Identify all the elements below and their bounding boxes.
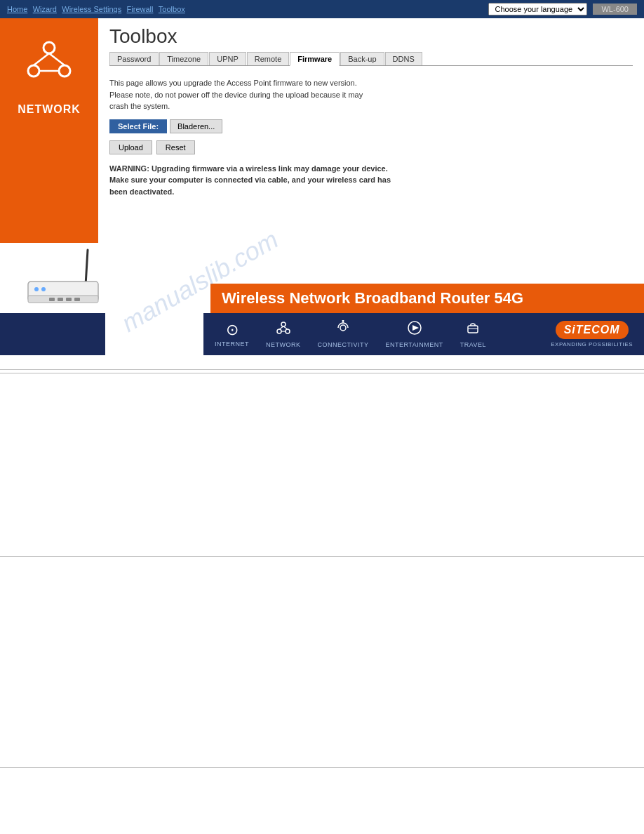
select-file-row: Select File: Bladeren... [109, 119, 633, 133]
upload-button[interactable]: Upload [109, 140, 152, 154]
nav-firewall[interactable]: Firewall [127, 5, 154, 13]
nav-item-internet[interactable]: ⊙ INTERNET [215, 321, 249, 348]
sidebar-network-label: NETWORK [18, 103, 81, 116]
language-selector[interactable]: Choose your language [488, 3, 587, 15]
product-banner: Wireless Network Broadband Router 54G [210, 284, 644, 313]
svg-rect-11 [49, 298, 55, 301]
tabs-row: Password Timezone UPNP Remote Firmware B… [109, 52, 633, 66]
empty-space-2 [0, 557, 644, 767]
svg-point-16 [277, 329, 281, 333]
bottom-nav: ⊙ INTERNET NETWORK [203, 313, 644, 355]
tab-upnp[interactable]: UPNP [209, 52, 246, 65]
warning-text: WARNING: Upgrading firmware via a wirele… [109, 163, 404, 198]
travel-label: TRAVEL [460, 341, 486, 348]
firmware-content: This page allows you upgrade the Access … [109, 73, 633, 201]
nav-item-network[interactable]: NETWORK [266, 320, 301, 348]
svg-point-17 [286, 329, 290, 333]
svg-line-4 [49, 53, 65, 65]
reset-button[interactable]: Reset [156, 140, 195, 154]
tab-password[interactable]: Password [109, 52, 159, 65]
svg-point-10 [41, 287, 46, 291]
tab-remote[interactable]: Remote [247, 52, 290, 65]
nav-toolbox[interactable]: Toolbox [159, 5, 185, 13]
tab-timezone[interactable]: Timezone [159, 52, 208, 65]
top-nav-right: Choose your language WL-600 [488, 3, 637, 15]
content-area: Toolbox Password Timezone UPNP Remote Fi… [98, 18, 644, 243]
nav-item-connectivity[interactable]: CONNECTIVITY [318, 320, 369, 348]
svg-rect-12 [58, 298, 63, 301]
internet-label: INTERNET [215, 340, 249, 348]
tab-firmware[interactable]: Firmware [290, 52, 340, 66]
svg-rect-14 [74, 298, 80, 301]
browse-button[interactable]: Bladeren... [170, 119, 222, 133]
router-section: Wireless Network Broadband Router 54G ⊙ … [0, 243, 644, 355]
svg-point-9 [34, 287, 39, 291]
divider-4 [0, 767, 644, 768]
tab-backup[interactable]: Back-up [340, 52, 384, 65]
nav-home[interactable]: Home [7, 5, 27, 13]
network-nav-label: NETWORK [266, 341, 301, 348]
select-file-label: Select File: [109, 119, 167, 133]
svg-point-21 [340, 325, 346, 331]
bottom-nav-left-spacer [0, 313, 105, 355]
svg-marker-25 [412, 325, 419, 331]
svg-line-19 [283, 326, 288, 329]
entertainment-label: ENTERTAINMENT [386, 341, 443, 348]
nav-item-travel[interactable]: TRAVEL [460, 320, 486, 348]
empty-space [0, 373, 644, 556]
svg-rect-13 [66, 298, 72, 301]
svg-line-18 [279, 326, 283, 329]
sitecom-logo: SiTECOM [556, 321, 629, 339]
network-nav-icon [276, 320, 291, 340]
device-label: WL-600 [593, 4, 637, 15]
nav-wireless-settings[interactable]: Wireless Settings [62, 5, 121, 13]
svg-point-2 [59, 65, 70, 77]
tab-ddns[interactable]: DDNS [385, 52, 422, 65]
description-text: This page allows you upgrade the Access … [109, 77, 633, 112]
connectivity-icon [335, 320, 351, 340]
svg-line-3 [34, 53, 49, 65]
action-buttons: Upload Reset [109, 140, 633, 154]
travel-icon [465, 320, 481, 340]
main-wrapper: NETWORK Toolbox Password Timezone UPNP R… [0, 18, 644, 243]
svg-point-0 [43, 42, 55, 53]
svg-point-15 [281, 322, 286, 326]
svg-rect-26 [468, 326, 478, 333]
connectivity-label: CONNECTIVITY [318, 341, 369, 348]
page-title: Toolbox [109, 25, 633, 48]
nav-item-entertainment[interactable]: ENTERTAINMENT [386, 320, 443, 348]
internet-icon: ⊙ [226, 321, 239, 339]
nav-wizard[interactable]: Wizard [33, 5, 57, 13]
top-navigation: Home Wizard Wireless Settings Firewall T… [0, 0, 644, 18]
svg-point-23 [342, 320, 344, 322]
sitecom-brand: SiTECOM EXPANDING POSSIBILITIES [551, 321, 633, 348]
sitecom-tagline: EXPANDING POSSIBILITIES [551, 341, 633, 348]
divider-1 [0, 369, 644, 370]
bottom-nav-wrapper: ⊙ INTERNET NETWORK [0, 313, 644, 355]
router-image-row: Wireless Network Broadband Router 54G [0, 243, 644, 313]
network-logo-icon [21, 32, 77, 91]
svg-point-1 [28, 65, 39, 77]
svg-line-6 [86, 250, 88, 285]
sidebar: NETWORK [0, 18, 98, 243]
nav-links: Home Wizard Wireless Settings Firewall T… [7, 4, 188, 14]
entertainment-icon [407, 320, 422, 340]
router-image [7, 243, 112, 313]
